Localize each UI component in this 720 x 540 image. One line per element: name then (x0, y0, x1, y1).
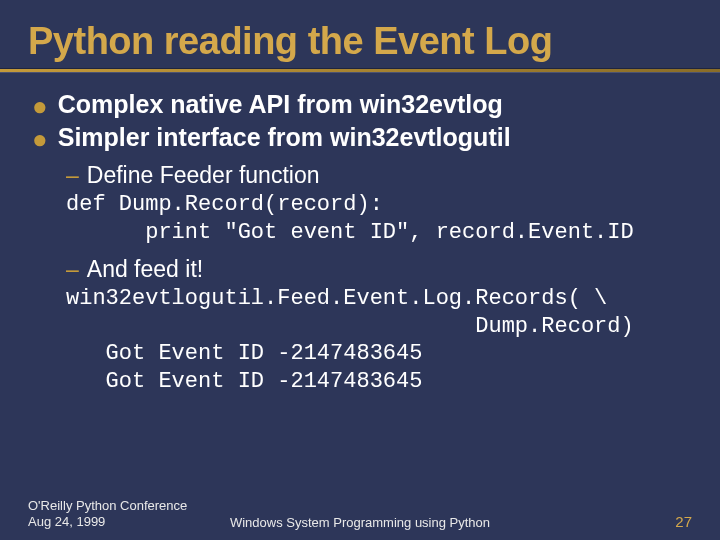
code-line: win32evtlogutil.Feed.Event.Log.Records( … (66, 286, 607, 311)
code-line: print "Got event ID", record.Event.ID (66, 220, 634, 245)
sub-bullet-item: – And feed it! (66, 256, 692, 283)
code-line: Got Event ID -2147483645 (66, 369, 422, 394)
bullet-item: ● Complex native API from win32evtlog (32, 90, 692, 119)
dash-icon: – (66, 256, 79, 283)
dash-icon: – (66, 162, 79, 189)
bullet-icon: ● (32, 93, 48, 119)
slide-content: ● Complex native API from win32evtlog ● … (28, 72, 692, 395)
code-block: win32evtlogutil.Feed.Event.Log.Records( … (66, 285, 692, 395)
sub-bullet-text: And feed it! (87, 256, 203, 283)
slide-title: Python reading the Event Log (28, 20, 692, 63)
slide-footer: O'Reilly Python Conference Aug 24, 1999 … (28, 498, 692, 531)
bullet-icon: ● (32, 126, 48, 152)
footer-center: Windows System Programming using Python (28, 515, 692, 530)
bullet-item: ● Simpler interface from win32evtlogutil (32, 123, 692, 152)
slide: Python reading the Event Log ● Complex n… (0, 0, 720, 540)
sub-bullet-item: – Define Feeder function (66, 162, 692, 189)
bullet-text: Simpler interface from win32evtlogutil (58, 123, 511, 152)
code-block: def Dump.Record(record): print "Got even… (66, 191, 692, 246)
code-line: def Dump.Record(record): (66, 192, 383, 217)
sub-bullet-text: Define Feeder function (87, 162, 320, 189)
code-line: Got Event ID -2147483645 (66, 341, 422, 366)
page-number: 27 (675, 513, 692, 530)
code-line: Dump.Record) (66, 314, 634, 339)
bullet-text: Complex native API from win32evtlog (58, 90, 503, 119)
footer-conference: O'Reilly Python Conference (28, 498, 187, 514)
